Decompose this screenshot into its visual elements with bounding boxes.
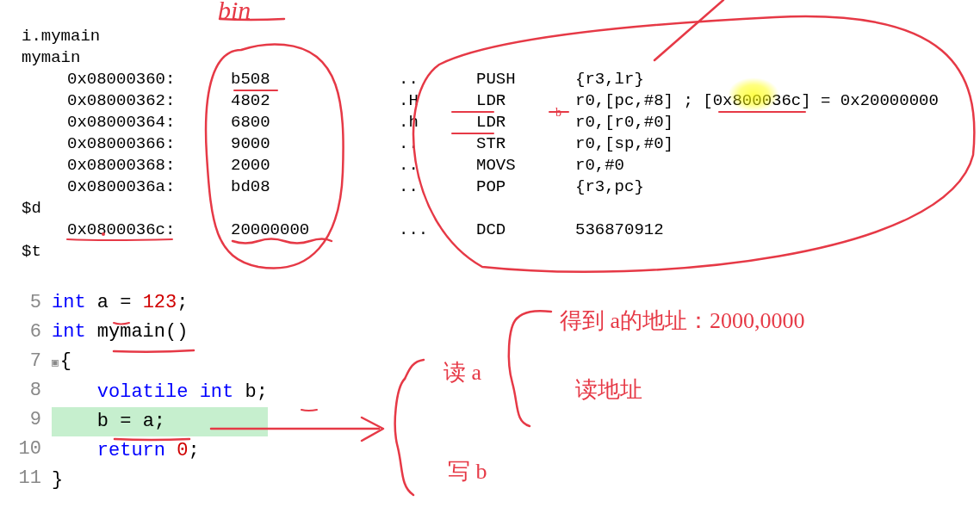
opcode: b508 [231, 69, 399, 90]
code-token: a [97, 292, 120, 313]
mnemonic: POP [476, 176, 575, 198]
code-token: int [52, 292, 97, 313]
code-token: = [120, 292, 142, 313]
code-token: 123 [143, 292, 177, 313]
source-editor[interactable]: 5 6 7 8 9 10 11 int a = 123;int mymain()… [0, 288, 980, 495]
ascii: ... [399, 220, 476, 241]
code-line[interactable]: ▣{ [52, 347, 268, 378]
ascii: .. [399, 176, 476, 198]
code-token: int [200, 381, 245, 403]
code-line[interactable]: b = a; [52, 407, 268, 436]
disasm-row: 0x08000362: 4802 .H LDR r0,[pc,#8] ; [0x… [22, 90, 963, 112]
code-token: a [143, 411, 154, 432]
opcode: 9000 [231, 133, 399, 155]
opcode: 2000 [231, 155, 399, 176]
operands: r0,[sp,#0] [575, 133, 963, 155]
disassembly-listing: i.mymain mymain 0x08000360: b508 .. PUSH… [0, 0, 980, 271]
mnemonic: DCD [476, 220, 575, 241]
address: 0x0800036a: [67, 176, 231, 198]
code-token: int [52, 321, 97, 343]
mnemonic: MOVS [476, 155, 575, 176]
fold-icon[interactable]: ▣ [52, 349, 59, 378]
code-token: { [60, 350, 71, 372]
address: 0x08000364: [67, 112, 231, 133]
operands: r0,[r0,#0] [575, 112, 963, 133]
code-token: 0 [177, 440, 188, 461]
code-line[interactable]: volatile int b; [52, 378, 268, 407]
code-token [52, 381, 97, 403]
disasm-row: 0x08000368: 2000 .. MOVS r0,#0 [22, 155, 963, 176]
disasm-row: 0x08000366: 9000 .. STR r0,[sp,#0] [22, 133, 963, 155]
opcode: 6800 [231, 112, 399, 133]
address: 0x08000368: [67, 155, 231, 176]
opcode: 4802 [231, 90, 399, 112]
ascii: .H [399, 90, 476, 112]
operands: {r3,pc} [575, 176, 963, 198]
code-token: ; [257, 381, 268, 403]
ascii: .. [399, 133, 476, 155]
address: 0x08000362: [67, 90, 231, 112]
code-line[interactable]: int a = 123; [52, 288, 268, 318]
code-token: volatile [97, 381, 200, 403]
address: 0x0800036c: [67, 220, 231, 241]
code-token [52, 440, 97, 461]
highlight-marker [728, 77, 779, 112]
symbol-label: mymain [22, 47, 963, 69]
ascii: .. [399, 155, 476, 176]
mnemonic: PUSH [476, 69, 575, 90]
code-token: () [165, 321, 188, 343]
disasm-data-row: 0x0800036c: 20000000 ... DCD 536870912 [22, 220, 963, 241]
section-label: i.mymain [22, 26, 963, 47]
code-token: ; [177, 292, 188, 313]
code-token: mymain [97, 321, 165, 343]
mnemonic: LDR [476, 90, 575, 112]
mnemonic: STR [476, 133, 575, 155]
opcode: 20000000 [231, 220, 399, 241]
code-token: = [120, 411, 142, 432]
section-label: $d [22, 198, 963, 220]
ascii: .. [399, 69, 476, 90]
section-label: $t [22, 241, 963, 263]
operands: 536870912 [575, 220, 963, 241]
code-token [52, 411, 97, 432]
code-token: ; [154, 411, 165, 432]
address: 0x08000360: [67, 69, 231, 90]
code-line[interactable]: return 0; [52, 436, 268, 466]
code-line[interactable]: } [52, 466, 268, 495]
code-content[interactable]: int a = 123;int mymain()▣{ volatile int … [52, 288, 268, 495]
disasm-row: 0x0800036a: bd08 .. POP {r3,pc} [22, 176, 963, 198]
code-token: } [52, 469, 63, 491]
line-number-gutter: 5 6 7 8 9 10 11 [0, 288, 52, 495]
mnemonic: LDR [476, 112, 575, 133]
ascii: .h [399, 112, 476, 133]
code-token: b [97, 411, 120, 432]
opcode: bd08 [231, 176, 399, 198]
disasm-row: 0x08000360: b508 .. PUSH {r3,lr} [22, 69, 963, 90]
code-token: return [97, 440, 177, 461]
code-token: b [245, 381, 256, 403]
code-token: ; [188, 440, 199, 461]
code-line[interactable]: int mymain() [52, 318, 268, 347]
operands: r0,#0 [575, 155, 963, 176]
address: 0x08000366: [67, 133, 231, 155]
disasm-row: 0x08000364: 6800 .h LDR r0,[r0,#0] [22, 112, 963, 133]
